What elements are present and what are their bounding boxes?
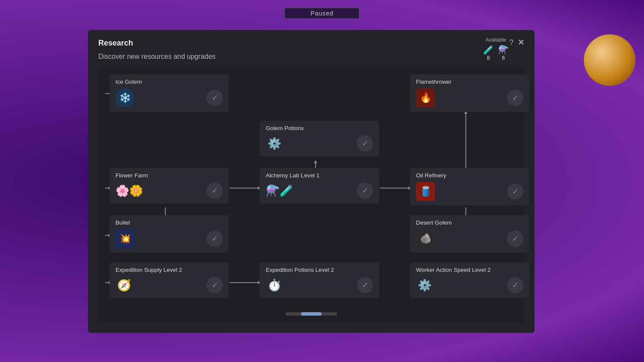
research-modal: Research ? ✕ Available 🧪 8 ⚗️ 6 Discover… xyxy=(88,30,535,333)
paused-bar: Paused xyxy=(284,8,359,19)
blue-flask-icon: 🧪 xyxy=(483,45,494,55)
desert-golem-check[interactable]: ✓ xyxy=(507,231,523,247)
node-expedition-supply[interactable]: Expedition Supply Level 2 🧭 ✓ xyxy=(109,262,229,298)
node-desert-golem-title: Desert Golem xyxy=(416,219,523,226)
help-button[interactable]: ? xyxy=(509,38,513,47)
expedition-potions-icon: ⏱️ xyxy=(266,277,283,294)
research-content: Ice Golem ❄️ ✓ Flamethrower 🔥 ✓ xyxy=(98,67,524,322)
scroll-thumb xyxy=(301,312,322,316)
modal-title: Research xyxy=(98,39,133,48)
oil-refinery-icon: 🛢️ xyxy=(416,182,435,201)
oil-refinery-check[interactable]: ✓ xyxy=(507,183,523,200)
node-worker-action-speed-title: Worker Action Speed Level 2 xyxy=(416,267,523,273)
node-bullet-title: Bullet xyxy=(115,219,223,226)
node-expedition-supply-title: Expedition Supply Level 2 xyxy=(115,267,223,273)
alchemy-lab-check[interactable]: ✓ xyxy=(357,183,373,199)
scroll-bar[interactable] xyxy=(286,312,337,316)
golem-potions-check[interactable]: ✓ xyxy=(357,135,373,152)
node-ice-golem[interactable]: Ice Golem ❄️ ✓ xyxy=(109,74,229,112)
bullet-check[interactable]: ✓ xyxy=(207,231,223,247)
close-button[interactable]: ✕ xyxy=(518,38,524,47)
expedition-supply-icon: 🧭 xyxy=(115,277,133,294)
node-oil-refinery-title: Oil Refinery xyxy=(416,172,523,179)
node-expedition-potions-title: Expedition Potions Level 2 xyxy=(266,267,373,273)
node-alchemy-lab-title: Alchemy Lab Level 1 xyxy=(266,172,373,179)
svg-marker-8 xyxy=(314,160,317,163)
desert-golem-icon: 🪨 xyxy=(416,229,435,248)
modal-controls: ? ✕ xyxy=(509,38,524,47)
alchemy-lab-icon: ⚗️🧪 xyxy=(266,182,293,199)
available-resources: 🧪 8 ⚗️ 6 xyxy=(483,45,509,61)
node-expedition-potions[interactable]: Expedition Potions Level 2 ⏱️ ✓ xyxy=(260,262,379,298)
node-desert-golem[interactable]: Desert Golem 🪨 ✓ xyxy=(410,215,529,252)
available-label: Available xyxy=(486,37,506,43)
bullet-icon: 💥 xyxy=(115,229,134,248)
node-bullet[interactable]: Bullet 💥 ✓ xyxy=(109,215,229,252)
node-oil-refinery[interactable]: Oil Refinery 🛢️ ✓ xyxy=(410,168,529,205)
node-flamethrower[interactable]: Flamethrower 🔥 ✓ xyxy=(410,74,529,112)
expedition-supply-check[interactable]: ✓ xyxy=(207,277,223,293)
flamethrower-icon: 🔥 xyxy=(416,88,435,107)
golem-potions-icon: ⚙️ xyxy=(266,135,283,152)
modal-subtitle: Discover new resources and upgrades xyxy=(98,53,524,61)
purple-resource: ⚗️ 6 xyxy=(498,45,509,61)
blue-count: 8 xyxy=(487,55,490,61)
node-ice-golem-title: Ice Golem xyxy=(115,79,223,85)
deco-orb xyxy=(584,34,635,86)
flower-farm-icon: 🌸🌼 xyxy=(115,182,143,199)
node-flower-farm-title: Flower Farm xyxy=(115,172,223,179)
purple-count: 6 xyxy=(502,55,505,61)
ice-golem-check[interactable]: ✓ xyxy=(207,90,223,106)
worker-action-speed-check[interactable]: ✓ xyxy=(507,277,523,293)
node-flower-farm[interactable]: Flower Farm 🌸🌼 ✓ xyxy=(109,168,229,204)
purple-flask-icon: ⚗️ xyxy=(498,45,509,55)
node-alchemy-lab[interactable]: Alchemy Lab Level 1 ⚗️🧪 ✓ xyxy=(260,168,379,204)
scroll-bar-container xyxy=(105,312,517,316)
flower-farm-check[interactable]: ✓ xyxy=(207,183,223,199)
node-flamethrower-title: Flamethrower xyxy=(416,79,523,85)
expedition-potions-check[interactable]: ✓ xyxy=(357,277,373,293)
flamethrower-check[interactable]: ✓ xyxy=(507,90,523,106)
blue-resource: 🧪 8 xyxy=(483,45,494,61)
modal-header: Research ? ✕ xyxy=(98,39,524,48)
node-golem-potions-title: Golem Potions xyxy=(266,125,373,131)
research-layout: Ice Golem ❄️ ✓ Flamethrower 🔥 ✓ xyxy=(105,74,517,306)
paused-label: Paused xyxy=(310,10,333,17)
available-section: Available 🧪 8 ⚗️ 6 xyxy=(483,37,509,61)
worker-action-speed-icon: ⚙️ xyxy=(416,277,433,294)
node-worker-action-speed[interactable]: Worker Action Speed Level 2 ⚙️ ✓ xyxy=(410,262,529,298)
ice-golem-icon: ❄️ xyxy=(115,88,134,107)
node-golem-potions[interactable]: Golem Potions ⚙️ ✓ xyxy=(260,121,379,156)
